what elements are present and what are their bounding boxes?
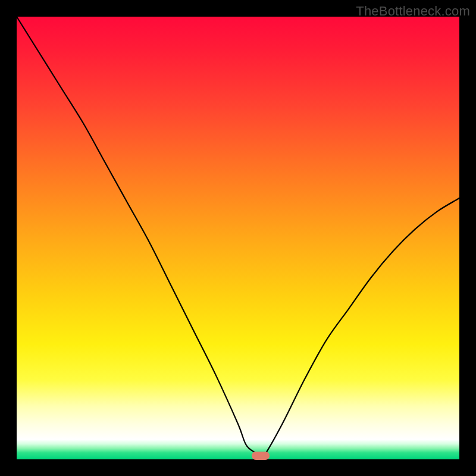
plot-area <box>17 17 459 459</box>
chart-frame: TheBottleneck.com <box>0 0 476 476</box>
optimal-point-marker <box>252 452 270 460</box>
watermark-text: TheBottleneck.com <box>356 4 470 19</box>
bottleneck-curve <box>17 17 459 459</box>
